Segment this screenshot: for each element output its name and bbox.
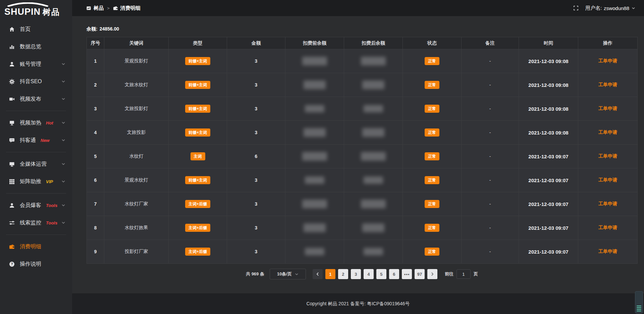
chevron-down-icon	[61, 62, 65, 66]
pagination-page-3[interactable]: 3	[351, 269, 361, 279]
sidebar-item-member-burst[interactable]: 会员爆客 Tools	[0, 197, 72, 214]
sidebar-item-video-publish[interactable]: 视频发布	[0, 90, 72, 108]
breadcrumb-item-current[interactable]: 消费明细	[113, 5, 141, 11]
column-header: 操作	[578, 37, 638, 49]
cell-amount: 3	[227, 73, 285, 97]
heat-screen-icon	[9, 120, 15, 126]
breadcrumb-item-home[interactable]: 树品	[86, 5, 104, 11]
sidebar-item-lead-monitor[interactable]: 线索监控 Tools	[0, 214, 72, 231]
sidebar-item-label: 视频发布	[20, 96, 41, 103]
chevron-down-icon	[61, 80, 65, 84]
ticket-apply-link[interactable]: 工单申请	[598, 249, 617, 254]
cell-keyword: 文旅投影	[104, 121, 169, 145]
status-badge: 正常	[425, 248, 439, 256]
help-icon: ?	[9, 261, 15, 267]
masked-value	[304, 128, 326, 137]
cell-status: 正常	[403, 49, 462, 73]
sidebar-item-tag: New	[41, 138, 50, 143]
cell-amount: 3	[227, 121, 285, 145]
goto-page-input[interactable]	[457, 269, 471, 279]
sidebar-item-label: 全媒体运营	[20, 161, 47, 168]
sidebar-item-label: 数据总览	[20, 43, 41, 50]
cell-index: 2	[87, 73, 104, 97]
ticket-apply-link[interactable]: 工单申请	[598, 129, 617, 135]
monitor-icon	[9, 161, 15, 167]
pagination-page-2[interactable]: 2	[338, 269, 348, 279]
cell-time: 2021-12-03 09:08	[519, 97, 578, 121]
sidebar-item-tag: Hot	[46, 120, 53, 125]
table-row: 5 水纹灯 主词 6 正常 - 2021-12-03 09:07 工单申请	[87, 145, 638, 168]
cell-balance-before	[285, 168, 344, 192]
sidebar-item-instructions[interactable]: ? 操作说明	[0, 255, 72, 273]
sidebar-item-media-operation[interactable]: 全媒体运营	[0, 155, 72, 173]
cell-time: 2021-12-03 09:08	[519, 73, 578, 97]
cell-amount: 3	[227, 168, 285, 192]
pagination-next-button[interactable]	[427, 269, 437, 279]
sidebar-item-account-manage[interactable]: 账号管理	[0, 55, 72, 73]
chevron-down-icon	[295, 272, 299, 276]
status-badge: 正常	[425, 128, 439, 137]
sidebar-item-label: 消费明细	[20, 243, 41, 250]
consumption-table: 序号关键词类型金额扣费前余额扣费后余额状态备注时间操作 1 景观投影灯 前缀+主…	[87, 37, 638, 264]
sidebar-item-home[interactable]: 首页	[0, 20, 72, 38]
type-badge: 前缀+主词	[185, 81, 210, 89]
cell-type: 主词+后缀	[169, 240, 227, 264]
sidebar-item-label: 视频加热	[20, 119, 41, 126]
ticket-apply-link[interactable]: 工单申请	[598, 58, 617, 63]
column-header: 金额	[227, 37, 285, 49]
breadcrumb-separator: >	[107, 6, 110, 11]
sidebar-item-label: 首页	[20, 26, 31, 33]
column-header: 状态	[403, 37, 462, 49]
sidebar-item-consumption-detail[interactable]: 消费明细	[0, 238, 72, 255]
cell-balance-before	[285, 49, 344, 73]
ticket-apply-link[interactable]: 工单申请	[598, 225, 617, 230]
fullscreen-icon[interactable]	[573, 5, 579, 11]
user-menu[interactable]: 用户名: zswodun88	[585, 5, 635, 11]
chat-widget[interactable]	[635, 291, 643, 313]
cell-action: 工单申请	[578, 145, 638, 168]
masked-value	[302, 200, 327, 208]
sidebar-item-video-heat[interactable]: 视频加热 Hot	[0, 114, 72, 132]
masked-value	[305, 105, 324, 112]
ticket-apply-link[interactable]: 工单申请	[598, 201, 617, 206]
pagination-page-97[interactable]: 97	[415, 269, 425, 279]
cell-time: 2021-12-03 09:08	[519, 121, 578, 145]
pagination-more-button[interactable]: •••	[402, 269, 412, 279]
type-badge: 前缀+主词	[185, 57, 210, 65]
page-size-select[interactable]: 10条/页	[270, 269, 306, 279]
pagination-page-1[interactable]: 1	[325, 269, 335, 279]
pagination-pages: 123456•••97	[325, 269, 425, 279]
wallet-icon	[9, 244, 15, 250]
cell-status: 正常	[403, 168, 462, 192]
cell-status: 正常	[403, 145, 462, 168]
type-badge: 前缀+主词	[185, 105, 210, 113]
ticket-apply-link[interactable]: 工单申请	[598, 177, 617, 182]
logo-arc	[5, 2, 50, 7]
sidebar-item-douyin-seo[interactable]: 抖音SEO	[0, 73, 72, 90]
cell-remark: -	[462, 97, 519, 121]
ticket-apply-link[interactable]: 工单申请	[598, 106, 617, 111]
status-badge: 正常	[425, 176, 439, 184]
ticket-apply-link[interactable]: 工单申请	[598, 82, 617, 87]
masked-value	[361, 200, 386, 208]
cell-balance-before	[285, 216, 344, 240]
pagination-page-4[interactable]: 4	[364, 269, 374, 279]
pagination-goto: 前往 页	[445, 269, 478, 279]
sidebar-item-label: 线索监控	[20, 219, 41, 226]
masked-value	[364, 248, 383, 255]
pagination-page-6[interactable]: 6	[389, 269, 399, 279]
sidebar-item-douketong[interactable]: 抖客通 New	[0, 132, 72, 149]
balance-value: 24856.00	[100, 26, 119, 32]
ticket-apply-link[interactable]: 工单申请	[598, 153, 617, 159]
sidebar-item-matrix-boost[interactable]: 矩阵助推 VIP	[0, 173, 72, 190]
cell-balance-before	[285, 240, 344, 264]
cell-type: 主词+后缀	[169, 192, 227, 216]
breadcrumb-label: 树品	[94, 5, 104, 11]
cell-status: 正常	[403, 216, 462, 240]
pagination-page-5[interactable]: 5	[376, 269, 386, 279]
goto-label: 前往	[445, 271, 453, 277]
pagination-prev-button[interactable]	[313, 269, 323, 279]
sidebar-item-data-overview[interactable]: 数据总览	[0, 38, 72, 55]
sidebar-item-tag: Tools	[46, 203, 57, 208]
masked-value	[302, 152, 327, 161]
